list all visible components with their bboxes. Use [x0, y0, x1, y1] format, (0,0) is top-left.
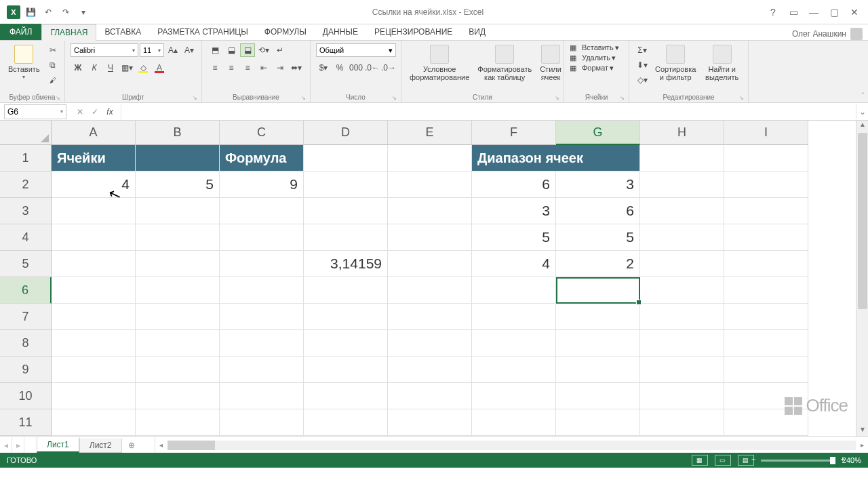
qat-save-icon[interactable]: 💾 [23, 5, 38, 20]
cell-B9[interactable] [136, 357, 220, 383]
cell-H7[interactable] [640, 304, 724, 330]
accounting-format-button[interactable]: $▾ [316, 61, 331, 75]
cell-E4[interactable] [388, 224, 472, 251]
cell-D11[interactable] [304, 409, 388, 436]
cell-E10[interactable] [388, 383, 472, 409]
zoom-slider[interactable] [761, 460, 835, 462]
cell-G2[interactable]: 3 [556, 171, 640, 198]
copy-button[interactable] [45, 58, 60, 72]
insert-function-icon[interactable]: fх [103, 107, 117, 117]
cell-A9[interactable] [52, 357, 136, 383]
tab-home[interactable]: ГЛАВНАЯ [41, 24, 96, 41]
cell-E1[interactable] [388, 145, 472, 171]
hscroll-right-icon[interactable]: ▸ [856, 441, 868, 449]
cell-G5[interactable]: 2 [556, 251, 640, 277]
tab-formulas[interactable]: ФОРМУЛЫ [256, 24, 315, 40]
ribbon-options-button[interactable]: ▭ [785, 5, 802, 19]
cell-F11[interactable] [472, 409, 556, 436]
cell-A11[interactable] [52, 409, 136, 436]
row-header-10[interactable]: 10 [0, 383, 52, 409]
grow-font-button[interactable]: A▴ [165, 43, 180, 57]
scroll-down-icon[interactable]: ▼ [856, 426, 868, 436]
cell-E9[interactable] [388, 357, 472, 383]
tab-review[interactable]: РЕЦЕНЗИРОВАНИЕ [366, 24, 460, 40]
row-header-9[interactable]: 9 [0, 357, 52, 383]
cell-F3[interactable]: 3 [472, 198, 556, 224]
cell-C4[interactable] [220, 224, 304, 251]
autosum-button[interactable]: Σ▾ [635, 43, 650, 57]
tab-page-layout[interactable]: РАЗМЕТКА СТРАНИЦЫ [149, 24, 256, 40]
cell-F2[interactable]: 6 [472, 171, 556, 198]
cell-F9[interactable] [472, 357, 556, 383]
cell-A4[interactable] [52, 224, 136, 251]
cut-button[interactable] [45, 43, 60, 57]
tab-view[interactable]: ВИД [460, 24, 494, 40]
align-center-button[interactable]: ≡ [224, 61, 239, 75]
cell-E5[interactable] [388, 251, 472, 277]
align-left-button[interactable]: ≡ [208, 61, 222, 75]
cell-I5[interactable] [724, 251, 808, 277]
zoom-level[interactable]: 240% [842, 456, 861, 464]
cell-D8[interactable] [304, 330, 388, 357]
wrap-text-button[interactable]: ↵ [273, 43, 288, 57]
cell-D5[interactable]: 3,14159 [304, 251, 388, 277]
align-top-button[interactable]: ⬒ [208, 43, 222, 57]
cell-C11[interactable] [220, 409, 304, 436]
cell-A1[interactable]: Ячейки [52, 145, 136, 171]
cell-H11[interactable] [640, 409, 724, 436]
col-header-C[interactable]: C [220, 121, 304, 145]
sheet-nav-next[interactable]: ▸ [12, 437, 24, 453]
align-middle-button[interactable]: ⬓ [224, 43, 239, 57]
cell-D4[interactable] [304, 224, 388, 251]
cell-C8[interactable] [220, 330, 304, 357]
cell-B6[interactable] [136, 277, 220, 304]
insert-cells-button[interactable]: ▦Вставить ▾ [570, 43, 619, 52]
row-header-1[interactable]: 1 [0, 145, 52, 171]
cell-I7[interactable] [724, 304, 808, 330]
cell-G10[interactable] [556, 383, 640, 409]
cell-A5[interactable] [52, 251, 136, 277]
number-format-combo[interactable]: Общий▾ [316, 43, 396, 57]
decrease-indent-button[interactable]: ⇤ [256, 61, 271, 75]
view-page-layout-button[interactable]: ▭ [715, 455, 731, 466]
vertical-scrollbar[interactable]: ▲ ▼ [856, 121, 868, 436]
scroll-up-icon[interactable]: ▲ [856, 121, 868, 131]
cell-styles-button[interactable]: Стили ячеек [537, 43, 564, 83]
qat-redo-icon[interactable]: ↷ [58, 5, 73, 20]
cell-H5[interactable] [640, 251, 724, 277]
row-header-2[interactable]: 2 [0, 171, 52, 198]
cell-D3[interactable] [304, 198, 388, 224]
cell-F8[interactable] [472, 330, 556, 357]
col-header-B[interactable]: B [136, 121, 220, 145]
col-header-F[interactable]: F [472, 121, 556, 145]
cell-H10[interactable] [640, 383, 724, 409]
cell-G8[interactable] [556, 330, 640, 357]
cell-G3[interactable]: 6 [556, 198, 640, 224]
cell-H1[interactable] [640, 145, 724, 171]
cell-G11[interactable] [556, 409, 640, 436]
col-header-A[interactable]: A [52, 121, 136, 145]
cell-E8[interactable] [388, 330, 472, 357]
cell-D2[interactable] [304, 171, 388, 198]
cell-B10[interactable] [136, 383, 220, 409]
cell-I1[interactable] [724, 145, 808, 171]
cell-H9[interactable] [640, 357, 724, 383]
maximize-button[interactable]: ▢ [826, 5, 842, 19]
cell-G9[interactable] [556, 357, 640, 383]
format-as-table-button[interactable]: Форматировать как таблицу [475, 43, 534, 83]
cell-B2[interactable]: 5 [136, 171, 220, 198]
cell-I8[interactable] [724, 330, 808, 357]
cell-B1[interactable] [136, 145, 220, 171]
row-header-11[interactable]: 11 [0, 409, 52, 436]
cell-B5[interactable] [136, 251, 220, 277]
cell-A2[interactable]: 4 [52, 171, 136, 198]
col-header-E[interactable]: E [388, 121, 472, 145]
font-size-combo[interactable]: 11▾ [140, 43, 164, 57]
tab-data[interactable]: ДАННЫЕ [315, 24, 366, 40]
cell-F5[interactable]: 4 [472, 251, 556, 277]
cell-C1[interactable]: Формула [220, 145, 304, 171]
qat-customize-icon[interactable]: ▾ [76, 5, 91, 20]
format-cells-button[interactable]: ▦Формат ▾ [570, 64, 614, 73]
cell-I6[interactable] [724, 277, 808, 304]
cell-E6[interactable] [388, 277, 472, 304]
